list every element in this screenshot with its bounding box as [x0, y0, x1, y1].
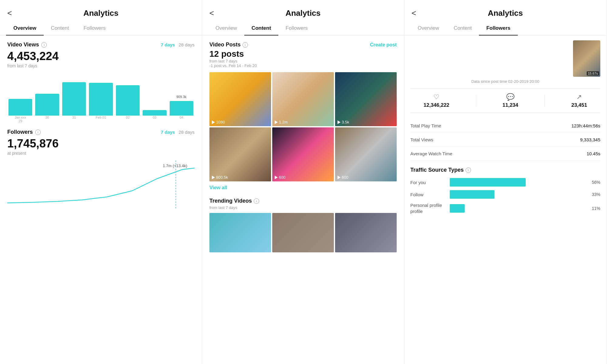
- video-views-info-icon[interactable]: i: [41, 42, 47, 48]
- panel3-title: Analytics: [488, 8, 523, 18]
- traffic-pct-1: 33%: [588, 192, 600, 197]
- post-thumbnail-row: 15.67s: [410, 40, 600, 77]
- back-button-2[interactable]: <: [209, 8, 214, 18]
- traffic-label-1: Follow: [410, 192, 447, 197]
- grid-item-0[interactable]: 1080: [209, 72, 271, 126]
- bar-item-4: [116, 85, 140, 116]
- tab-content-1[interactable]: Content: [44, 22, 76, 35]
- video-posts-info-icon[interactable]: i: [242, 42, 248, 48]
- comment-icon: 💬: [503, 93, 518, 101]
- traffic-bar-container-0: [450, 178, 585, 187]
- post-thumbnail: 15.67s: [573, 40, 600, 77]
- period-28d-views[interactable]: 28 days: [178, 42, 195, 47]
- bar-5: [143, 110, 166, 116]
- detail-row-2: Average Watch Time 10.45s: [410, 147, 600, 161]
- shares-value: 23,451: [571, 102, 587, 108]
- back-button-1[interactable]: <: [7, 8, 12, 18]
- tab-overview-1[interactable]: Overview: [6, 22, 44, 35]
- grid-item-3[interactable]: 800.5k: [209, 127, 271, 181]
- traffic-info-icon[interactable]: i: [466, 167, 471, 173]
- tab-followers-2[interactable]: Followers: [278, 22, 315, 35]
- grid-item-1[interactable]: 1.2m: [272, 72, 334, 126]
- bar-label-1: 30: [35, 116, 59, 123]
- bar-0: [8, 99, 32, 116]
- panel-content: < Analytics Overview Content Followers V…: [202, 0, 404, 364]
- likes-value: 12,346,222: [423, 102, 449, 108]
- period-28d-followers[interactable]: 28 days: [178, 130, 195, 135]
- panel2-content: Video Posts i Create post 12 posts from …: [202, 35, 404, 258]
- comments-value: 11,234: [503, 102, 518, 108]
- panel-overview: < Analytics Overview Content Followers V…: [0, 0, 202, 364]
- bar-label-4: 02: [116, 116, 140, 123]
- tabs-2: Overview Content Followers: [202, 22, 404, 35]
- play-icon-0: [212, 120, 215, 124]
- tab-overview-3[interactable]: Overview: [410, 22, 446, 35]
- tab-followers-1[interactable]: Followers: [76, 22, 113, 35]
- trending-info-icon[interactable]: i: [254, 198, 259, 204]
- tab-overview-2[interactable]: Overview: [208, 22, 244, 35]
- panel3-header: < Analytics: [404, 0, 606, 22]
- heart-icon: ♡: [423, 93, 449, 101]
- grid-item-2-label: 3.5k: [342, 120, 349, 124]
- trending-item-0[interactable]: [209, 213, 271, 252]
- period-7d-followers[interactable]: 7 days: [161, 130, 175, 135]
- traffic-pct-0: 56%: [588, 180, 600, 185]
- followers-value: 1,745,876: [7, 137, 195, 150]
- video-views-header: Video Views i 7 days 28 days: [7, 42, 195, 48]
- traffic-bar-container-2: [450, 204, 585, 213]
- grid-item-5[interactable]: 600: [335, 127, 397, 181]
- posts-grid: 1080 1.2m 3.5k: [209, 72, 397, 181]
- video-views-sub: from last 7 days: [7, 63, 195, 68]
- line-annotation: 1.7m (+13.4k): [163, 163, 187, 168]
- view-all-link[interactable]: View all: [209, 185, 397, 190]
- create-post-button[interactable]: Create post: [370, 42, 397, 48]
- tabs-3: Overview Content Followers: [404, 22, 606, 35]
- stat-divider-1: [476, 95, 476, 107]
- bar-item-3: [89, 83, 113, 116]
- traffic-title: Traffic Source Types: [410, 167, 464, 173]
- followers-info-icon[interactable]: i: [35, 130, 41, 135]
- grid-item-4-label: 600: [279, 175, 286, 180]
- trending-item-1[interactable]: [272, 213, 334, 252]
- play-icon-3: [212, 176, 215, 179]
- posts-from: from last 7 days: [209, 59, 237, 63]
- tab-content-3[interactable]: Content: [446, 22, 479, 35]
- traffic-title-row: Traffic Source Types i: [410, 167, 600, 173]
- traffic-row-0: For you 56%: [410, 178, 600, 187]
- tab-followers-3[interactable]: Followers: [479, 22, 517, 35]
- detail-row-1: Total Views 9,333,345: [410, 133, 600, 147]
- traffic-bar-2: [450, 204, 465, 213]
- detail-value-1: 9,333,345: [580, 137, 600, 142]
- grid-item-5-label: 600: [342, 175, 348, 180]
- bar-1: [35, 94, 59, 116]
- back-button-3[interactable]: <: [412, 8, 416, 18]
- play-icon-5: [337, 176, 341, 179]
- panel3-content: 15.67s Data since post time 02-20-2019 2…: [404, 35, 606, 223]
- trending-item-2[interactable]: [335, 213, 397, 252]
- traffic-bar-container-1: [450, 190, 585, 199]
- stat-shares: ↗ 23,451: [571, 93, 587, 108]
- stat-comments: 💬 11,234: [503, 93, 518, 108]
- trending-meta: from last 7 days: [209, 205, 397, 210]
- grid-item-4[interactable]: 600: [272, 127, 334, 181]
- bar-item-5: [143, 110, 166, 116]
- traffic-pct-2: 11%: [588, 206, 600, 211]
- panel-detail: < Analytics Overview Content Followers 1…: [404, 0, 606, 364]
- traffic-label-2: Personal profileprofile: [410, 202, 447, 214]
- tab-content-2[interactable]: Content: [244, 22, 278, 35]
- grid-item-2[interactable]: 3.5k: [335, 72, 397, 126]
- grid-item-3-label: 800.5k: [216, 175, 228, 180]
- detail-label-0: Total Play Time: [410, 123, 441, 128]
- traffic-row-1: Follow 33%: [410, 190, 600, 199]
- bar-3: [89, 83, 113, 116]
- period-7d-views[interactable]: 7 days: [161, 42, 175, 47]
- panel2-title: Analytics: [286, 8, 321, 18]
- panel1-content: Video Views i 7 days 28 days 4,453,224 f…: [0, 35, 202, 221]
- posts-meta: from last 7 days -1 post vs. Feb 14 - Fe…: [209, 59, 397, 68]
- play-icon-2: [337, 120, 341, 124]
- tabs-1: Overview Content Followers: [0, 22, 202, 35]
- video-views-label: Video Views: [7, 42, 39, 48]
- trending-title-row: Trending Videos i: [209, 198, 397, 204]
- stats-row: ♡ 12,346,222 💬 11,234 ↗ 23,451: [410, 89, 600, 113]
- panel1-title: Analytics: [83, 8, 119, 18]
